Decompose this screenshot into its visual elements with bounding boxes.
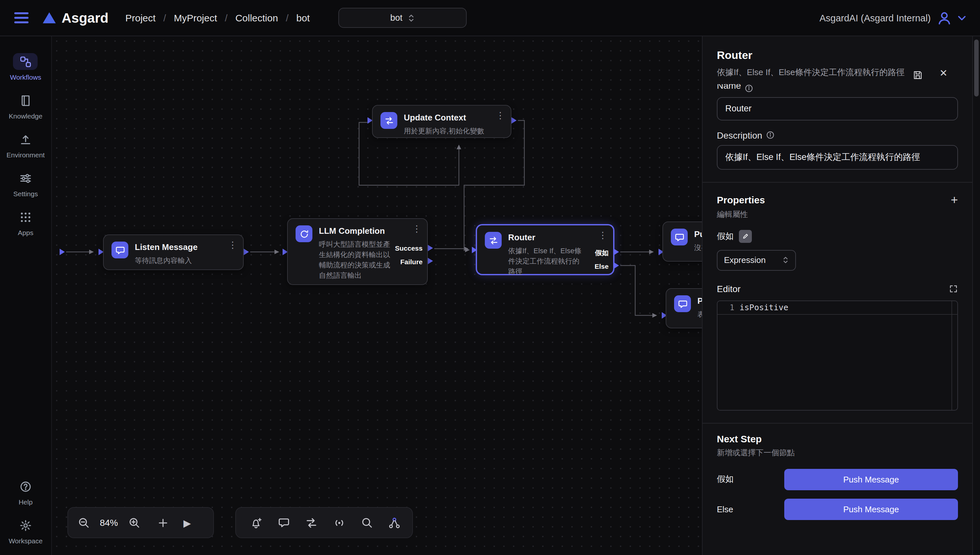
expand-editor-icon[interactable] <box>949 284 958 293</box>
gear-icon <box>13 517 38 534</box>
workflow-nodes-icon[interactable] <box>388 517 401 529</box>
output-failure[interactable]: Failure <box>400 258 423 266</box>
name-field-label: Name <box>717 84 958 92</box>
sidebar-item-label: Workflows <box>10 73 41 81</box>
swap-arrows-icon[interactable] <box>305 517 318 529</box>
topbar: Asgard Project / MyProject / Collection … <box>0 0 980 36</box>
workflow-selector-value: bot <box>390 13 402 22</box>
add-node-icon[interactable] <box>158 517 169 528</box>
sidebar-item-environment[interactable]: Environment <box>6 131 45 159</box>
account-label: AsgardAI (Asgard Internal) <box>819 13 931 23</box>
environment-icon <box>13 131 38 148</box>
panel-description: 依據If、Else If、Else條件決定工作流程執行的路徑 <box>717 66 911 79</box>
breadcrumb-myproject[interactable]: MyProject <box>174 12 217 23</box>
code-line[interactable]: 1 isPositive <box>718 301 957 314</box>
breadcrumb-collection[interactable]: Collection <box>235 12 278 23</box>
output-success[interactable]: Success <box>395 244 423 252</box>
llm-icon <box>296 225 312 242</box>
next-step-subtitle: 新增或選擇下一個節點 <box>717 447 958 458</box>
sidebar-item-label: Apps <box>18 229 34 236</box>
breadcrumb-bot[interactable]: bot <box>296 12 310 23</box>
inspector-panel: Router 依據If、Else If、Else條件決定工作流程執行的路徑 ✕ … <box>702 36 980 555</box>
bell-plus-icon[interactable] <box>250 517 262 529</box>
triangle-logo-icon <box>43 12 56 23</box>
node-listen-message[interactable]: Listen Message 等待訊息內容輸入 ⋮ <box>103 234 244 270</box>
sidebar-item-label: Environment <box>6 151 45 159</box>
user-icon[interactable] <box>937 10 952 26</box>
hamburger-menu-icon[interactable] <box>14 13 29 23</box>
kebab-menu-icon[interactable]: ⋮ <box>496 111 505 120</box>
properties-subtitle: 編輯屬性 <box>717 209 958 220</box>
kebab-menu-icon[interactable]: ⋮ <box>412 224 421 233</box>
kebab-menu-icon[interactable]: ⋮ <box>228 240 237 249</box>
chat-icon[interactable] <box>278 517 290 528</box>
sidebar: Workflows Knowledge Environment Settings… <box>0 36 52 555</box>
topbar-account-area: AsgardAI (Asgard Internal) <box>819 10 966 26</box>
node-update-context[interactable]: Update Context 用於更新內容,初始化變數 ⋮ <box>372 105 512 138</box>
swap-arrows-icon <box>380 112 397 129</box>
zoom-toolbar: 84% ▶ <box>68 507 214 538</box>
properties-title: Properties <box>717 194 765 205</box>
code-text: isPositive <box>740 302 789 312</box>
info-icon <box>745 84 753 92</box>
brand-logo[interactable]: Asgard <box>43 10 109 26</box>
tools-toolbar <box>235 507 413 538</box>
app-root: Asgard Project / MyProject / Collection … <box>0 0 980 555</box>
zoom-out-icon[interactable] <box>78 517 89 528</box>
breadcrumb-separator: / <box>225 12 227 23</box>
info-icon <box>766 131 774 139</box>
name-input[interactable] <box>717 97 958 120</box>
sidebar-item-knowledge[interactable]: Knowledge <box>9 92 42 120</box>
router-icon <box>485 232 502 249</box>
breadcrumb-separator: / <box>163 12 166 23</box>
brand-name: Asgard <box>61 10 109 26</box>
sidebar-item-help[interactable]: Help <box>13 478 38 506</box>
expression-type-value: Expression <box>724 255 766 265</box>
expression-type-select[interactable]: Expression <box>717 250 796 270</box>
run-workflow-icon[interactable]: ▶ <box>183 518 191 528</box>
knowledge-icon <box>13 92 38 109</box>
add-property-button[interactable]: + <box>951 193 958 205</box>
sidebar-item-workspace[interactable]: Workspace <box>9 517 43 545</box>
sidebar-item-settings[interactable]: Settings <box>13 170 38 197</box>
next-step-if-label: 假如 <box>717 473 734 485</box>
zoom-in-icon[interactable] <box>128 517 140 528</box>
node-title: LLM Completion <box>319 225 419 237</box>
scrollbar-thumb[interactable] <box>974 40 979 96</box>
broadcast-icon[interactable] <box>333 517 346 529</box>
sidebar-item-label: Settings <box>13 190 38 197</box>
panel-title: Router <box>717 49 958 62</box>
divider <box>703 423 972 423</box>
apps-grid-icon <box>13 209 38 225</box>
editor-label: Editor <box>717 283 740 294</box>
save-icon[interactable] <box>912 70 923 80</box>
select-chevrons-icon <box>408 13 415 22</box>
node-subtitle: 等待訊息內容輸入 <box>135 255 198 266</box>
breadcrumb: Project / MyProject / Collection / bot <box>126 12 310 23</box>
push-message-button-else[interactable]: Push Message <box>784 498 958 520</box>
sidebar-item-apps[interactable]: Apps <box>13 209 38 236</box>
kebab-menu-icon[interactable]: ⋮ <box>598 231 607 240</box>
code-editor[interactable]: 1 isPositive <box>717 300 958 410</box>
output-if[interactable]: 假如 <box>595 249 608 258</box>
sidebar-item-workflows[interactable]: Workflows <box>10 53 41 81</box>
node-router[interactable]: Router 依據If、Else If、Else條件決定工作流程執行的路徑 ⋮ … <box>476 225 614 274</box>
zoom-level: 84% <box>98 517 120 528</box>
next-step-title: Next Step <box>717 433 761 444</box>
workflows-icon <box>13 53 38 70</box>
description-input[interactable] <box>717 145 958 169</box>
breadcrumb-project[interactable]: Project <box>126 12 156 23</box>
sidebar-item-label: Knowledge <box>9 112 42 120</box>
help-icon <box>13 478 38 495</box>
next-step-else-label: Else <box>717 504 734 514</box>
panel-scrollbar[interactable] <box>972 36 980 555</box>
editor-scrollbar[interactable] <box>951 301 952 410</box>
node-llm-completion[interactable]: LLM Completion 呼叫大型語言模型並產生結構化的資料輸出以輔助流程的… <box>287 218 428 285</box>
edit-condition-button[interactable] <box>739 229 752 242</box>
close-icon[interactable]: ✕ <box>940 67 948 79</box>
workflow-selector[interactable]: bot <box>338 8 467 28</box>
push-message-button-if[interactable]: Push Message <box>784 468 958 490</box>
output-else[interactable]: Else <box>595 262 608 270</box>
chevron-down-icon[interactable] <box>958 15 966 21</box>
search-icon[interactable] <box>361 517 373 528</box>
